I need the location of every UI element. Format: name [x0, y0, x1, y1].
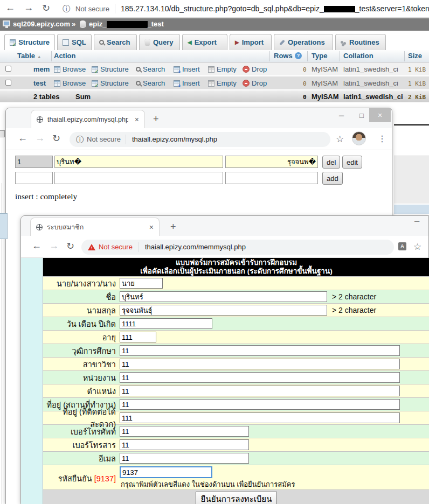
- header-type[interactable]: Type: [312, 52, 327, 60]
- back-icon[interactable]: ←: [18, 132, 27, 144]
- add-button[interactable]: add: [322, 172, 343, 185]
- profile-avatar[interactable]: [352, 131, 366, 145]
- info-icon[interactable]: ⓘ: [63, 4, 70, 14]
- birthdate-field[interactable]: [120, 318, 212, 329]
- maximize-button[interactable]: □: [359, 111, 364, 120]
- breadcrumb-database[interactable]: epiz__test: [89, 20, 164, 28]
- drop-link[interactable]: Drop: [243, 79, 267, 87]
- submit-button[interactable]: ยืนยันการลงทะเบียน: [196, 492, 278, 504]
- browse-link[interactable]: Browse: [54, 79, 86, 87]
- bookmark-star-icon[interactable]: ☆: [413, 241, 421, 253]
- not-secure-label[interactable]: Not secure: [87, 135, 121, 143]
- not-secure-label[interactable]: Not secure: [99, 243, 133, 251]
- tab-sql[interactable]: SQL: [57, 34, 92, 50]
- field-note: > 2 character: [332, 292, 376, 301]
- insert-link[interactable]: Insert: [174, 79, 200, 87]
- last-name-field[interactable]: [120, 305, 327, 316]
- url-pill[interactable]: ! Not secure thaiall.epizy.com/memmysql.…: [81, 240, 394, 255]
- reload-icon[interactable]: ↻: [42, 2, 50, 14]
- tab-label: Export: [195, 38, 217, 46]
- major-field[interactable]: [120, 359, 400, 369]
- forward-icon[interactable]: →: [49, 240, 59, 251]
- edit-button[interactable]: edit: [342, 156, 362, 169]
- structure-link[interactable]: Structure: [92, 79, 129, 87]
- url-text[interactable]: thaiall.epizy.com/memmysql.php: [145, 243, 246, 251]
- record-name-field[interactable]: [54, 156, 223, 168]
- drop-link[interactable]: Drop: [243, 65, 267, 73]
- education-field[interactable]: [120, 345, 400, 356]
- tab-export[interactable]: ◀Export: [182, 34, 227, 50]
- browse-link[interactable]: Browse: [54, 65, 86, 73]
- reload-icon[interactable]: ↻: [52, 132, 60, 144]
- insert-link[interactable]: Insert: [174, 65, 200, 73]
- breadcrumb-server[interactable]: sql209.epizy.com: [13, 20, 70, 28]
- new-surname-field[interactable]: [225, 172, 318, 184]
- tab-routines[interactable]: Routines: [335, 34, 386, 50]
- email-field[interactable]: [120, 453, 249, 464]
- search-link[interactable]: Search: [136, 65, 165, 73]
- empty-link[interactable]: Empty: [208, 79, 237, 87]
- url-text[interactable]: thaiall.epizy.com/mysql.php: [132, 135, 217, 143]
- bookmark-star-icon[interactable]: ☆: [336, 134, 344, 145]
- back-icon[interactable]: ←: [32, 240, 41, 251]
- tab-close-icon[interactable]: ×: [135, 115, 139, 124]
- position-field[interactable]: [120, 386, 400, 396]
- menu-dots-icon[interactable]: ⋮: [378, 134, 386, 144]
- fax-field[interactable]: [120, 439, 249, 450]
- browser-tab[interactable]: ระบบสมาชิก ×: [30, 218, 160, 236]
- header-table[interactable]: Table ▲: [17, 52, 41, 60]
- new-tab-button[interactable]: +: [153, 114, 159, 125]
- minimize-button[interactable]: ─: [339, 111, 344, 120]
- row-checkbox[interactable]: [5, 80, 11, 86]
- import-icon: ▶: [235, 39, 239, 45]
- engine-type: MyISAM: [312, 65, 338, 73]
- phone-field[interactable]: [120, 426, 249, 437]
- table-name-link[interactable]: mem: [33, 65, 50, 73]
- collation[interactable]: latin1_swedish_ci: [343, 79, 398, 87]
- empty-link[interactable]: Empty: [208, 65, 237, 73]
- tab-structure[interactable]: Structure: [4, 34, 55, 50]
- contact-address-field[interactable]: [120, 412, 400, 423]
- organization-field[interactable]: [120, 372, 400, 383]
- header-size[interactable]: Size: [408, 52, 422, 60]
- new-id-field[interactable]: [15, 172, 53, 184]
- delete-button[interactable]: del: [322, 156, 340, 169]
- structure-link[interactable]: Structure: [92, 65, 129, 73]
- work-address-field[interactable]: [120, 399, 400, 410]
- header-rows[interactable]: Rows: [274, 52, 293, 60]
- tab-close-icon[interactable]: ×: [149, 223, 154, 232]
- help-icon[interactable]: ?: [295, 52, 302, 59]
- record-id-field[interactable]: [15, 156, 53, 168]
- record-surname-field[interactable]: [225, 156, 318, 168]
- new-name-field[interactable]: [54, 172, 223, 184]
- tab-operations[interactable]: Operations: [274, 34, 333, 50]
- minimize-button[interactable]: ─: [414, 217, 419, 225]
- print-view-icon[interactable]: [0, 130, 5, 137]
- header-collation[interactable]: Collation: [343, 52, 373, 60]
- tab-import[interactable]: ▶Import: [230, 34, 272, 50]
- table-name-link[interactable]: test: [33, 79, 46, 87]
- collation[interactable]: latin1_swedish_ci: [343, 65, 398, 73]
- url-pill[interactable]: ⓘ Not secure thaiall.epizy.com/mysql.php: [70, 132, 330, 147]
- tab-query[interactable]: Query: [139, 34, 180, 50]
- back-icon[interactable]: ←: [5, 2, 15, 13]
- info-icon[interactable]: ⓘ: [76, 135, 84, 145]
- tab-search[interactable]: Search: [94, 34, 137, 50]
- browse-icon: [54, 80, 60, 87]
- title-field[interactable]: [120, 278, 163, 289]
- translate-icon[interactable]: A: [398, 242, 406, 250]
- new-tab-button[interactable]: +: [170, 221, 176, 233]
- search-link[interactable]: Search: [136, 79, 165, 87]
- window-close-button[interactable]: ×: [369, 108, 391, 122]
- url-text[interactable]: 185.27.134.10/db_structure.php?goto=db_s…: [121, 4, 429, 13]
- age-field[interactable]: [120, 332, 156, 342]
- verify-code-field[interactable]: [120, 466, 212, 478]
- forward-icon[interactable]: →: [35, 132, 45, 144]
- browser-tab[interactable]: thaiall.epizy.com/mysql.php ×: [31, 110, 145, 128]
- forward-icon[interactable]: →: [24, 2, 33, 13]
- first-name-field[interactable]: [120, 291, 327, 302]
- not-secure-label[interactable]: Not secure: [75, 5, 109, 13]
- row-checkbox[interactable]: [5, 66, 11, 72]
- form-title-line2: เพื่อคัดเลือกเป็นผู้ประเมินภายนอก (ระดับ…: [43, 267, 429, 276]
- reload-icon[interactable]: ↻: [66, 240, 74, 252]
